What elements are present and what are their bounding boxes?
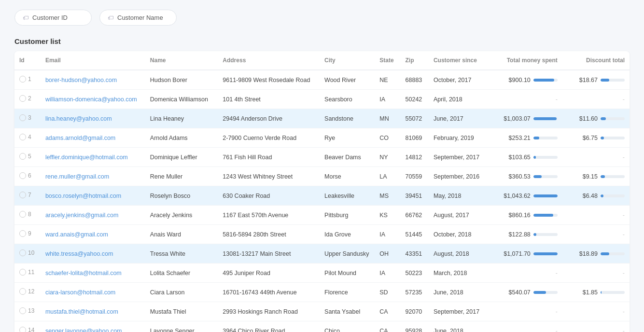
discount-bar-bg [601, 194, 625, 197]
row-since: February, 2019 [429, 128, 490, 148]
row-zip: 95928 [401, 321, 429, 332]
total-bar-bg [533, 194, 558, 197]
customer-name-filter[interactable]: 🏷 Customer Name [99, 10, 177, 26]
row-city: Chico [320, 321, 375, 332]
discount-bar-bg [601, 291, 625, 294]
row-address: 2-7900 Cuerno Verde Road [218, 128, 320, 148]
row-zip: 51445 [401, 225, 429, 244]
email-link[interactable]: senger.lavonne@yahoo.com [45, 328, 122, 332]
row-checkbox[interactable] [19, 211, 26, 218]
row-checkbox[interactable] [19, 249, 26, 256]
row-address: 761 Fish Hill Road [218, 148, 320, 167]
total-bar-fill [533, 214, 554, 217]
row-zip: 14812 [401, 148, 429, 167]
row-checkbox[interactable] [19, 327, 26, 332]
discount-dash: - [623, 270, 625, 277]
row-zip: 66762 [401, 206, 429, 225]
row-checkbox[interactable] [19, 192, 26, 198]
email-link[interactable]: aracely.jenkins@gmail.com [45, 212, 118, 219]
row-zip: 57235 [401, 283, 429, 302]
email-link[interactable]: bosco.roselyn@hotmail.com [45, 193, 121, 199]
row-name: Roselyn Bosco [145, 186, 218, 206]
total-bar-fill [533, 117, 557, 120]
total-bar-bg [533, 156, 558, 159]
row-zip: 55072 [401, 109, 429, 128]
email-link[interactable]: lina.heaney@yahoo.com [45, 115, 112, 122]
customer-id-filter[interactable]: 🏷 Customer ID [14, 10, 92, 26]
row-checkbox[interactable] [19, 230, 26, 237]
row-checkbox[interactable] [19, 153, 26, 160]
total-bar-fill [533, 233, 536, 236]
row-discount: $6.48 [562, 186, 630, 206]
row-checkbox[interactable] [19, 114, 26, 121]
row-total: $122.88 [489, 225, 562, 244]
discount-bar-bg [601, 117, 625, 120]
row-number: 13 [19, 307, 34, 314]
row-checkbox[interactable] [19, 172, 26, 179]
col-header-state: State [375, 51, 400, 70]
row-checkbox[interactable] [19, 269, 26, 276]
row-total: - [489, 263, 562, 283]
row-checkbox[interactable] [19, 307, 26, 314]
row-email: adams.arnold@gmail.com [41, 128, 145, 148]
row-id: 13 [14, 302, 41, 321]
row-total: $103.65 [489, 148, 562, 167]
discount-bar-bg [601, 79, 625, 82]
total-bar-fill [533, 79, 555, 82]
row-checkbox[interactable] [19, 288, 26, 295]
row-checkbox[interactable] [19, 76, 26, 83]
discount-cell: $6.48 [567, 193, 625, 199]
tag-icon: 🏷 [23, 14, 28, 21]
col-header-email: Email [41, 51, 145, 70]
email-link[interactable]: borer-hudson@yahoo.com [45, 77, 117, 83]
email-link[interactable]: ward.anais@gmail.com [45, 231, 108, 238]
discount-value: $9.15 [583, 173, 598, 180]
email-link[interactable]: mustafa.thiel@hotmail.com [45, 308, 118, 315]
row-city: Morse [320, 167, 375, 186]
total-bar-bg [533, 117, 558, 120]
col-header-id: Id [14, 51, 41, 70]
total-money-cell: $360.53 [494, 173, 557, 180]
email-link[interactable]: white.tressa@yahoo.com [45, 250, 113, 257]
total-bar-bg [533, 175, 558, 178]
email-link[interactable]: rene.muller@gmail.com [45, 173, 109, 180]
row-city: Beaver Dams [320, 148, 375, 167]
email-link[interactable]: adams.arnold@gmail.com [45, 135, 115, 141]
row-state: CA [375, 321, 400, 332]
row-name: Aracely Jenkins [145, 206, 218, 225]
discount-cell: $1.85 [567, 289, 625, 296]
email-link[interactable]: ciara-larson@hotmail.com [45, 289, 115, 296]
row-zip: 50242 [401, 90, 429, 109]
table-row: 2williamson-domenica@yahoo.comDomenica W… [14, 90, 630, 109]
discount-value: $11.60 [579, 115, 598, 122]
discount-value: $6.48 [583, 193, 598, 199]
row-state: KS [375, 206, 400, 225]
row-id: 11 [14, 263, 41, 283]
table-row: 1borer-hudson@yahoo.comHudson Borer9611-… [14, 70, 630, 90]
col-header-discount: Discount total [562, 51, 630, 70]
row-name: Ciara Larson [145, 283, 218, 302]
row-email: ciara-larson@hotmail.com [41, 283, 145, 302]
row-id: 8 [14, 206, 41, 225]
discount-bar-fill [601, 252, 609, 255]
row-address: 3964 Chico River Road [218, 321, 320, 332]
row-since: October, 2018 [429, 225, 490, 244]
row-city: Pittsburg [320, 206, 375, 225]
total-bar-fill [533, 252, 558, 255]
row-id: 14 [14, 321, 41, 332]
discount-dash: - [623, 231, 625, 238]
email-link[interactable]: williamson-domenica@yahoo.com [45, 96, 137, 103]
email-link[interactable]: schaefer-lolita@hotmail.com [45, 270, 122, 277]
discount-dash: - [623, 212, 625, 219]
row-name: Lolita Schaefer [145, 263, 218, 283]
row-discount: $6.75 [562, 128, 630, 148]
row-since: August, 2017 [429, 206, 490, 225]
row-discount: - [562, 90, 630, 109]
row-number: 2 [19, 95, 31, 102]
row-checkbox[interactable] [19, 134, 26, 140]
row-name: Mustafa Thiel [145, 302, 218, 321]
email-link[interactable]: leffler.dominique@hotmail.com [45, 154, 128, 161]
row-checkbox[interactable] [19, 95, 26, 102]
table-row: 4adams.arnold@gmail.comArnold Adams2-790… [14, 128, 630, 148]
discount-bar-bg [601, 252, 625, 255]
